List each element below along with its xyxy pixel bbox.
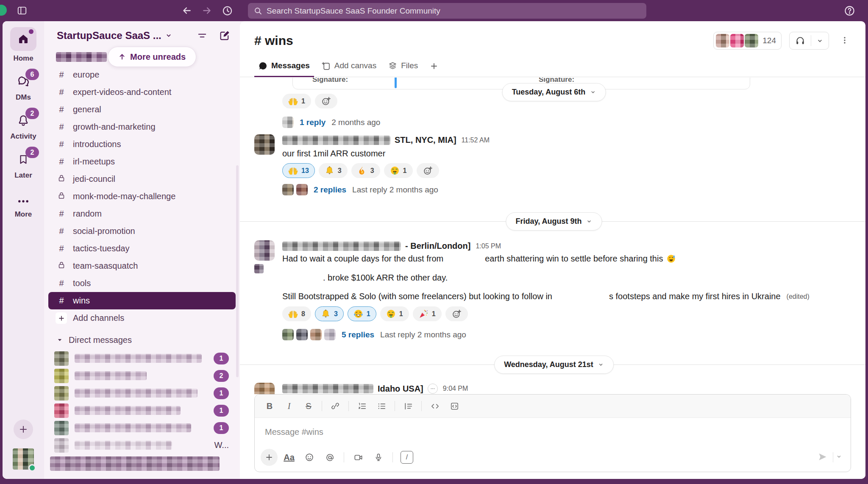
reaction-fire[interactable]: 3: [351, 163, 380, 178]
sidebar-item-introductions[interactable]: #introductions: [48, 136, 236, 153]
sidebar-item-social-promotion[interactable]: #social-promotion: [48, 223, 236, 240]
timestamp[interactable]: 9:04 PM: [443, 385, 468, 392]
create-new-button[interactable]: [14, 420, 33, 439]
sidebar-item-europe[interactable]: #europe: [48, 66, 236, 83]
rail-item-dms[interactable]: 6 DMs: [10, 72, 36, 102]
add-channels-button[interactable]: Add channels: [48, 309, 236, 327]
thread-link[interactable]: 1 reply 2 months ago: [280, 115, 383, 130]
sidebar-item-irl-meetups[interactable]: #irl-meetups: [48, 153, 236, 170]
sidebar-item-general[interactable]: #general: [48, 101, 236, 118]
help-icon[interactable]: [843, 4, 856, 17]
sidebar-item-tactics-tuesday[interactable]: #tactics-tuesday: [48, 240, 236, 257]
rail-item-more[interactable]: More: [10, 195, 36, 219]
sidebar-item-random[interactable]: #random: [48, 205, 236, 223]
back-icon[interactable]: [180, 4, 194, 17]
code-icon[interactable]: [426, 398, 444, 414]
code-block-icon[interactable]: [445, 398, 463, 414]
history-icon[interactable]: [220, 4, 234, 17]
dm-item[interactable]: 1: [48, 384, 236, 402]
reaction-bell[interactable]: 3: [315, 306, 344, 321]
forward-icon[interactable]: [200, 4, 214, 17]
video-icon[interactable]: [349, 449, 367, 466]
huddle-button[interactable]: [789, 32, 829, 50]
mic-icon[interactable]: [370, 449, 387, 466]
filter-icon[interactable]: [197, 30, 208, 42]
sidebar-item-monk-mode-may-challenge[interactable]: monk-mode-may-challenge: [48, 188, 236, 205]
reaction-raised-hands[interactable]: 13: [282, 163, 315, 178]
dm-item[interactable]: 1: [48, 350, 236, 367]
sidebar-item-jedi-council[interactable]: jedi-council: [48, 170, 236, 188]
sidebar-item-wins[interactable]: #wins: [48, 292, 236, 309]
dm-item-blurred[interactable]: [50, 456, 220, 471]
mention-icon[interactable]: [321, 449, 339, 466]
add-reaction-button[interactable]: [315, 94, 337, 108]
reaction-bell[interactable]: 3: [319, 163, 348, 178]
kebab-menu-icon[interactable]: [837, 33, 853, 49]
blurred-channel-row[interactable]: More unreads: [48, 47, 236, 66]
reaction-raised-hands[interactable]: 8: [282, 306, 311, 321]
reaction-joy[interactable]: 1: [348, 306, 376, 321]
sidebar-scrollbar[interactable]: [236, 165, 239, 377]
attach-plus-icon[interactable]: [261, 449, 278, 466]
reaction-tada[interactable]: 1: [413, 306, 442, 321]
search-input[interactable]: [267, 6, 640, 16]
rail-item-later[interactable]: 2 Later: [10, 150, 36, 180]
sidebar-toggle-icon[interactable]: [15, 4, 29, 17]
send-button[interactable]: [812, 449, 833, 466]
strikethrough-button[interactable]: S: [300, 398, 317, 414]
username[interactable]: Idaho USA]: [378, 384, 423, 394]
search-bar[interactable]: [248, 3, 646, 19]
message-input[interactable]: [265, 427, 840, 437]
timestamp[interactable]: 11:52 AM: [462, 136, 490, 144]
link-icon[interactable]: [326, 398, 344, 414]
reaction-money-face[interactable]: 1: [380, 306, 409, 321]
message-avatar[interactable]: [254, 383, 275, 394]
reaction-raised-hands[interactable]: 1: [282, 94, 311, 108]
ordered-list-icon[interactable]: [353, 398, 371, 414]
add-reaction-button[interactable]: [417, 163, 439, 178]
huddle-chevron-icon[interactable]: [811, 37, 829, 45]
message-avatar[interactable]: [254, 134, 275, 155]
new-message-icon[interactable]: [219, 30, 231, 42]
member-count-button[interactable]: 124: [713, 32, 782, 50]
message-avatar[interactable]: [254, 240, 275, 261]
tab-add[interactable]: [426, 58, 442, 77]
rail-item-home[interactable]: Home: [10, 27, 36, 63]
add-reaction-button[interactable]: [445, 306, 468, 321]
more-unreads-pill[interactable]: More unreads: [108, 47, 196, 67]
tab-messages[interactable]: Messages: [254, 57, 314, 77]
dm-item[interactable]: 1: [48, 402, 236, 419]
tab-add-canvas[interactable]: Add canvas: [317, 57, 381, 77]
sidebar-item-growth-and-marketing[interactable]: #growth-and-marketing: [48, 118, 236, 136]
headphones-icon[interactable]: [790, 35, 811, 46]
dm-item[interactable]: 2: [48, 367, 236, 384]
date-divider-aug9[interactable]: Friday, August 9th: [506, 212, 602, 231]
date-divider-aug6[interactable]: Tuesday, August 6th: [502, 83, 606, 101]
workspace-name[interactable]: StartupSauce SaaS ...: [57, 30, 161, 42]
send-options-chevron-icon[interactable]: [833, 451, 845, 464]
sidebar-item-team-saasquatch[interactable]: team-saasquatch: [48, 257, 236, 275]
rail-item-activity[interactable]: 2 Activity: [10, 111, 36, 141]
bold-button[interactable]: B: [261, 398, 278, 414]
channel-title[interactable]: # wins: [254, 33, 293, 48]
username[interactable]: - Berlin/London]: [405, 241, 470, 251]
slash-commands-icon[interactable]: /: [398, 449, 416, 466]
dm-item[interactable]: W...: [48, 437, 236, 454]
thread-link[interactable]: 2 replies Last reply 2 months ago: [280, 182, 441, 197]
sidebar-item-expert-videos-and-content[interactable]: #expert-videos-and-content: [48, 83, 236, 101]
italic-button[interactable]: I: [280, 398, 298, 414]
emoji-picker-icon[interactable]: [300, 449, 318, 466]
blockquote-icon[interactable]: [399, 398, 417, 414]
sidebar-item-tools[interactable]: #tools: [48, 275, 236, 292]
reaction-money-face[interactable]: 1: [384, 163, 413, 178]
text-format-toggle[interactable]: Aa: [280, 449, 298, 466]
bullet-list-icon[interactable]: [373, 398, 390, 414]
tab-files[interactable]: Files: [384, 57, 422, 77]
dm-item[interactable]: 1: [48, 419, 236, 437]
direct-messages-header[interactable]: Direct messages: [44, 330, 240, 350]
user-avatar[interactable]: [13, 448, 34, 470]
date-divider-aug21[interactable]: Wednesday, August 21st: [494, 356, 614, 374]
timestamp[interactable]: 1:05 PM: [476, 242, 501, 250]
thread-link[interactable]: 5 replies Last reply 2 months ago: [280, 327, 469, 342]
username[interactable]: STL, NYC, MIA]: [395, 135, 456, 145]
